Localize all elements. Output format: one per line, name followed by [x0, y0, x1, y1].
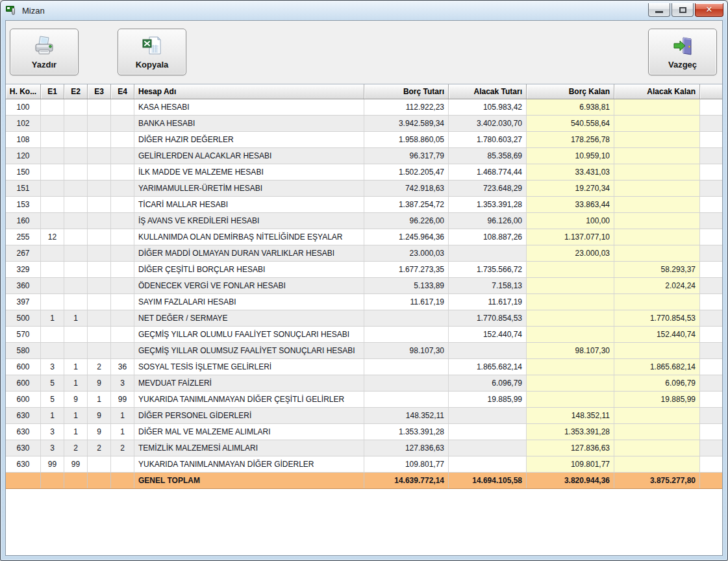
cell-hesap-adi: MEVDUAT FAİZLERİ [134, 375, 364, 391]
cell-e4 [111, 197, 134, 212]
title-bar[interactable]: Mizan ✕ [1, 1, 727, 20]
table-row[interactable]: 100KASA HESABI112.922,23105.983,426.938,… [6, 99, 722, 116]
column-header-alacak-tutari[interactable]: Alacak Tutarı [449, 84, 527, 99]
table-row[interactable]: 120GELİRLERDEN ALACAKLAR HESABI96.317,79… [6, 148, 722, 164]
cell-hesap-adi: YARIMAMULLER-ÜRETİM HESABI [134, 181, 364, 196]
cell-alacak-kalan: 3.875.277,80 [614, 473, 700, 488]
cell-code: 153 [6, 197, 41, 212]
table-row[interactable]: 108DİĞER HAZIR DEĞERLER1.958.860,051.780… [6, 132, 722, 148]
print-button[interactable]: Yazdır [10, 29, 79, 75]
cell-borc-kalan: 1.137.077,10 [527, 229, 614, 245]
cell-borc-kalan [527, 262, 614, 277]
cell-borc-kalan [527, 294, 614, 310]
table-row[interactable]: 50011NET DEĞER / SERMAYE1.770.854,531.77… [6, 310, 722, 327]
table-row[interactable]: 6301191DİĞER PERSONEL GİDERLERİ148.352,1… [6, 408, 722, 424]
table-row[interactable]: 150İLK MADDE VE MALZEME HESABI1.502.205,… [6, 164, 722, 181]
cell-e3 [88, 116, 111, 131]
cancel-button[interactable]: Vazgeç [648, 29, 717, 75]
cell-code: 151 [6, 181, 41, 196]
cell-filler [700, 262, 722, 277]
cell-e3 [88, 229, 111, 245]
table-row[interactable]: 397SAYIM FAZLALARI HESABI11.617,1911.617… [6, 294, 722, 310]
copy-button[interactable]: Kopyala [118, 29, 186, 75]
cell-borc-tutari: 1.958.860,05 [364, 132, 449, 147]
cell-filler [700, 375, 722, 391]
cell-alacak-tutari [449, 424, 527, 440]
table-row[interactable]: 6303222TEMİZLİK MALZEMESİ ALIMLARI127.83… [6, 440, 722, 456]
cell-borc-kalan [527, 375, 614, 391]
column-header-e1[interactable]: E1 [41, 84, 64, 99]
table-row[interactable]: 102BANKA HESABI3.942.589,343.402.030,705… [6, 116, 722, 132]
table-row[interactable]: 160İŞ AVANS VE KREDİLERİ HESABI96.226,00… [6, 213, 722, 229]
column-header-hesap-adi[interactable]: Hesap Adı [134, 84, 364, 99]
column-header-borc-kalan[interactable]: Borç Kalan [527, 84, 614, 99]
minimize-button[interactable] [648, 3, 670, 17]
column-header-e2[interactable]: E2 [64, 84, 88, 99]
cell-alacak-kalan [614, 197, 700, 212]
cell-borc-tutari: 127.836,63 [364, 440, 449, 456]
cell-alacak-tutari: 105.983,42 [449, 99, 527, 115]
cell-code: 108 [6, 132, 41, 147]
cell-e4 [111, 294, 134, 310]
cell-borc-kalan [527, 327, 614, 342]
cell-hesap-adi: TEMİZLİK MALZEMESİ ALIMLARI [134, 440, 364, 456]
cell-e2 [64, 116, 88, 131]
close-icon: ✕ [696, 3, 723, 16]
cell-e2 [64, 343, 88, 358]
total-row[interactable]: GENEL TOPLAM14.639.772,1414.694.105,583.… [6, 473, 722, 489]
cell-code: 600 [6, 359, 41, 375]
cell-e1 [41, 132, 64, 147]
cell-e4: 2 [111, 440, 134, 456]
table-row[interactable]: 151YARIMAMULLER-ÜRETİM HESABI742.918,637… [6, 181, 722, 197]
cell-e4 [111, 181, 134, 196]
cell-e3 [88, 99, 111, 115]
cell-hesap-adi: İŞ AVANS VE KREDİLERİ HESABI [134, 213, 364, 229]
cell-e4 [111, 456, 134, 472]
cell-borc-tutari: 1.502.205,47 [364, 164, 449, 180]
column-header-borc-tutari[interactable]: Borç Tutarı [364, 84, 449, 99]
table-row[interactable]: 580GEÇMİŞ YILLAR OLUMSUZ FAALİYET SONUÇL… [6, 343, 722, 359]
cell-borc-kalan: 6.938,81 [527, 99, 614, 115]
cell-e1 [41, 245, 64, 261]
cell-e2: 1 [64, 310, 88, 326]
table-row[interactable]: 570GEÇMİŞ YILLAR OLUMLU FAALİYET SONUÇLA… [6, 327, 722, 343]
maximize-button[interactable] [672, 3, 694, 17]
cell-e4 [111, 148, 134, 164]
table-row[interactable]: 329DİĞER ÇEŞİTLİ BORÇLAR HESABI1.677.273… [6, 262, 722, 278]
cell-alacak-kalan [614, 245, 700, 261]
table-row[interactable]: 60031236SOSYAL TESİS İŞLETME GELİRLERİ1.… [6, 359, 722, 375]
column-header-e4[interactable]: E4 [111, 84, 134, 99]
cell-borc-kalan [527, 310, 614, 326]
cell-hesap-adi: KULLANIMDA OLAN DEMİRBAŞ NİTELİĞİNDE EŞY… [134, 229, 364, 245]
column-header-filler[interactable] [700, 84, 722, 99]
cell-alacak-kalan [614, 456, 700, 472]
cell-alacak-kalan [614, 148, 700, 164]
column-header-code[interactable]: H. Ko... [6, 84, 41, 99]
cell-e4 [111, 132, 134, 147]
table-row[interactable]: 25512KULLANIMDA OLAN DEMİRBAŞ NİTELİĞİND… [6, 229, 722, 245]
cell-hesap-adi: YUKARIDA TANIMLANMAYAN DİĞER ÇEŞİTLİ GEL… [134, 392, 364, 407]
cell-e1: 5 [41, 392, 64, 407]
table-row[interactable]: 6309999YUKARIDA TANIMLANMAYAN DİĞER GİDE… [6, 456, 722, 473]
cell-borc-kalan: 109.801,77 [527, 456, 614, 472]
column-header-alacak-kalan[interactable]: Alacak Kalan [614, 84, 700, 99]
cell-e2 [64, 99, 88, 115]
cell-filler [700, 310, 722, 326]
cell-code: 630 [6, 456, 41, 472]
table-row[interactable]: 6303191DİĞER MAL VE MALZEME ALIMLARI1.35… [6, 424, 722, 440]
table-row[interactable]: 267DİĞER MADDİ OLMAYAN DURAN VARLIKLAR H… [6, 245, 722, 262]
table-row[interactable]: 153TİCARİ MALLAR HESABI1.387.254,721.353… [6, 197, 722, 213]
table-row[interactable]: 60059199YUKARIDA TANIMLANMAYAN DİĞER ÇEŞ… [6, 392, 722, 408]
cell-e1 [41, 294, 64, 310]
cell-e2: 2 [64, 440, 88, 456]
table-row[interactable]: 6005193MEVDUAT FAİZLERİ6.096,796.096,79 [6, 375, 722, 392]
cell-e2: 9 [64, 392, 88, 407]
cell-e3 [88, 164, 111, 180]
table-row[interactable]: 360ÖDENECEK VERGİ VE FONLAR HESABI5.133,… [6, 278, 722, 294]
cell-alacak-tutari: 7.158,13 [449, 278, 527, 293]
close-button[interactable]: ✕ [695, 3, 723, 17]
cell-hesap-adi: BANKA HESABI [134, 116, 364, 131]
cell-e2 [64, 213, 88, 229]
column-header-e3[interactable]: E3 [88, 84, 111, 99]
cell-filler [700, 278, 722, 293]
